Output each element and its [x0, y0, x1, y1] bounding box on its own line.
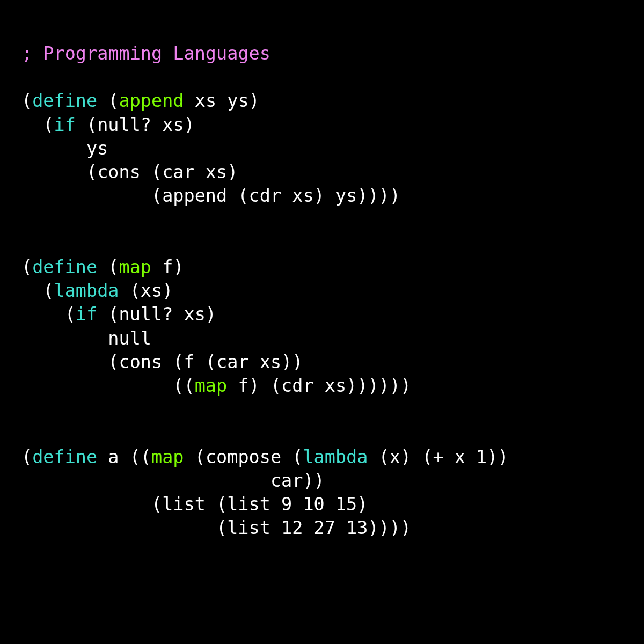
fn-map-call-2: map: [151, 447, 184, 467]
car-close: car)): [21, 470, 325, 491]
cond-null-xs: (null? xs): [76, 114, 195, 135]
append-cdr: (append (cdr xs) ys)))): [21, 185, 400, 206]
fn-append: append: [119, 90, 184, 111]
keyword-define: define: [32, 257, 97, 277]
cons-car-xs: (cons (car xs): [21, 162, 238, 182]
cond-null-xs-2: (null? xs): [97, 304, 216, 325]
fn-map-call: map: [195, 375, 228, 396]
branch-null: null: [21, 328, 151, 349]
lambda-xs: (xs): [119, 280, 173, 301]
keyword-define: define: [32, 447, 97, 467]
keyword-lambda-2: lambda: [303, 447, 368, 467]
compose-open: (compose (: [184, 447, 303, 467]
keyword-if: if: [54, 114, 76, 135]
lambda-x-body: (x) (+ x 1)): [368, 447, 508, 467]
keyword-lambda: lambda: [54, 280, 119, 301]
cons-f-car: (cons (f (car xs)): [21, 352, 303, 372]
param-f: f): [151, 257, 184, 277]
list-line-2: (list 12 27 13)))): [21, 517, 411, 538]
fn-map: map: [119, 257, 152, 277]
params-xs-ys: xs ys): [184, 90, 260, 111]
code-block: ; Programming Languages (define (append …: [0, 0, 644, 562]
comment-line: ; Programming Languages: [21, 43, 270, 64]
map-f-cdr: f) (cdr xs)))))): [227, 375, 411, 396]
keyword-define: define: [32, 90, 97, 111]
list-line-1: (list (list 9 10 15): [21, 494, 368, 515]
branch-ys: ys: [21, 138, 108, 159]
keyword-if: if: [76, 304, 97, 325]
var-a: a ((: [97, 447, 151, 467]
